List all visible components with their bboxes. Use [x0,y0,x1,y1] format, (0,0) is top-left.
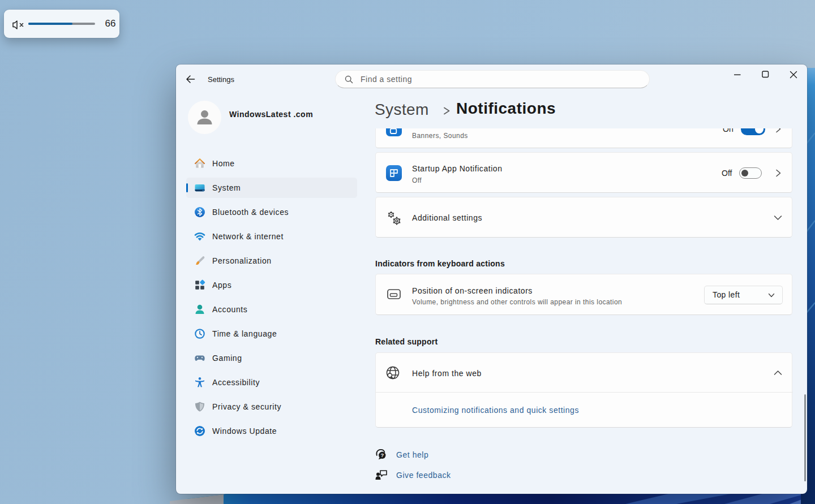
svg-text:?: ? [380,452,384,458]
